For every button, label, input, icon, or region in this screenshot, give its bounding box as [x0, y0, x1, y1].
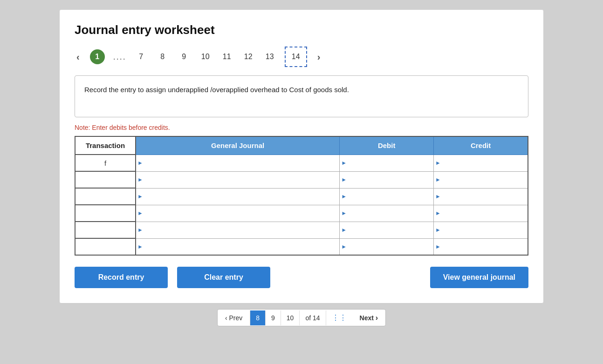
clear-entry-button[interactable]: Clear entry — [177, 267, 270, 288]
bottom-prev-arrow-icon: ‹ — [225, 314, 227, 322]
bottom-pag-8[interactable]: 8 — [250, 310, 266, 325]
td-transaction-3 — [75, 188, 136, 205]
pag-page-1[interactable]: 1 — [90, 49, 105, 64]
td-credit-2[interactable]: ► — [434, 171, 528, 188]
cell-arrow-icon-d3: ► — [340, 193, 348, 200]
pag-page-9[interactable]: 9 — [178, 53, 191, 61]
td-credit-1[interactable]: ► — [434, 155, 528, 171]
bottom-pag-9[interactable]: 9 — [266, 310, 281, 325]
td-journal-2[interactable]: ► — [136, 171, 340, 188]
description-text: Record the entry to assign underapplied … — [84, 86, 349, 94]
input-debit-1[interactable] — [348, 155, 433, 171]
pag-page-14-selected[interactable]: 14 — [285, 47, 307, 67]
bottom-next-button[interactable]: Next › — [352, 310, 386, 326]
cell-arrow-icon-d4: ► — [340, 210, 348, 216]
td-transaction-2 — [75, 171, 136, 188]
main-card: Journal entry worksheet ‹ 1 .... 7 8 9 1… — [59, 9, 544, 303]
cell-arrow-icon-d2: ► — [340, 176, 348, 183]
next-arrow-button[interactable]: › — [315, 52, 322, 62]
bottom-pag-of: of 14 — [300, 310, 326, 325]
td-debit-6[interactable]: ► — [340, 238, 434, 255]
journal-table: Transaction General Journal Debit Credit… — [75, 136, 528, 256]
pag-dots: .... — [113, 52, 126, 62]
input-credit-5[interactable] — [442, 222, 528, 238]
td-debit-1[interactable]: ► — [340, 155, 434, 171]
input-debit-6[interactable] — [348, 239, 433, 255]
table-row: ► ► ► — [75, 222, 528, 238]
input-journal-5[interactable] — [144, 222, 339, 238]
description-box: Record the entry to assign underapplied … — [75, 75, 528, 117]
cell-arrow-icon-j3: ► — [136, 193, 144, 200]
input-debit-3[interactable] — [348, 189, 433, 205]
td-transaction-5 — [75, 222, 136, 238]
cell-arrow-icon-d1: ► — [340, 160, 348, 166]
input-journal-2[interactable] — [144, 172, 339, 188]
td-credit-4[interactable]: ► — [434, 205, 528, 222]
table-row: ► ► ► — [75, 205, 528, 222]
input-journal-3[interactable] — [144, 189, 339, 205]
input-debit-4[interactable] — [348, 205, 433, 222]
pag-page-11[interactable]: 11 — [220, 53, 233, 61]
bottom-grid-icon[interactable]: ⋮⋮ — [326, 310, 352, 326]
input-journal-1[interactable] — [144, 155, 339, 171]
pagination: ‹ 1 .... 7 8 9 10 11 12 13 14 › — [75, 47, 528, 67]
input-credit-1[interactable] — [442, 155, 528, 171]
cell-arrow-icon-c4: ► — [434, 210, 442, 216]
cell-arrow-icon-c2: ► — [434, 176, 442, 183]
td-debit-3[interactable]: ► — [340, 188, 434, 205]
input-debit-5[interactable] — [348, 222, 433, 238]
bottom-prev-button[interactable]: ‹ Prev — [218, 310, 250, 325]
td-credit-5[interactable]: ► — [434, 222, 528, 238]
input-credit-4[interactable] — [442, 205, 528, 222]
cell-arrow-icon-d6: ► — [340, 243, 348, 250]
record-entry-button[interactable]: Record entry — [75, 267, 168, 288]
td-journal-6[interactable]: ► — [136, 238, 340, 255]
cell-arrow-icon-j5: ► — [136, 227, 144, 233]
table-row: ► ► ► — [75, 238, 528, 255]
input-credit-2[interactable] — [442, 172, 528, 188]
bottom-pag-10[interactable]: 10 — [281, 310, 300, 325]
cell-arrow-icon-j2: ► — [136, 176, 144, 183]
td-credit-6[interactable]: ► — [434, 238, 528, 255]
input-credit-3[interactable] — [442, 189, 528, 205]
table-row: ► ► ► — [75, 171, 528, 188]
td-transaction-6 — [75, 238, 136, 255]
td-debit-4[interactable]: ► — [340, 205, 434, 222]
bottom-next-label: Next — [360, 314, 374, 322]
bottom-nav-bar: ‹ Prev 8 9 10 of 14 ⋮⋮ Next › — [59, 309, 544, 326]
cell-arrow-icon-c5: ► — [434, 227, 442, 233]
table-row: f ► ► ► — [75, 155, 528, 171]
table-row: ► ► ► — [75, 188, 528, 205]
prev-arrow-button[interactable]: ‹ — [75, 52, 82, 62]
input-journal-4[interactable] — [144, 205, 339, 222]
cell-arrow-icon-c3: ► — [434, 193, 442, 200]
td-journal-1[interactable]: ► — [136, 155, 340, 171]
th-debit: Debit — [340, 136, 434, 155]
td-journal-3[interactable]: ► — [136, 188, 340, 205]
td-journal-5[interactable]: ► — [136, 222, 340, 238]
cell-arrow-icon-c1: ► — [434, 160, 442, 166]
cell-arrow-icon-j4: ► — [136, 210, 144, 216]
pag-page-8[interactable]: 8 — [156, 53, 169, 61]
pag-page-12[interactable]: 12 — [242, 53, 255, 61]
page-title: Journal entry worksheet — [75, 23, 528, 37]
input-journal-6[interactable] — [144, 239, 339, 255]
bottom-next-arrow-icon: › — [376, 314, 378, 322]
pag-page-7[interactable]: 7 — [135, 53, 148, 61]
td-debit-2[interactable]: ► — [340, 171, 434, 188]
button-row: Record entry Clear entry View general jo… — [75, 267, 528, 288]
view-general-journal-button[interactable]: View general journal — [430, 267, 528, 288]
cell-arrow-icon-c6: ► — [434, 243, 442, 250]
pag-page-10[interactable]: 10 — [199, 53, 212, 61]
cell-arrow-icon-d5: ► — [340, 227, 348, 233]
note-text: Note: Enter debits before credits. — [75, 124, 528, 131]
td-transaction-4 — [75, 205, 136, 222]
bottom-prev-label: Prev — [229, 314, 242, 322]
td-journal-4[interactable]: ► — [136, 205, 340, 222]
td-credit-3[interactable]: ► — [434, 188, 528, 205]
td-transaction-1: f — [75, 155, 136, 171]
td-debit-5[interactable]: ► — [340, 222, 434, 238]
input-debit-2[interactable] — [348, 172, 433, 188]
pag-page-13[interactable]: 13 — [263, 53, 276, 61]
input-credit-6[interactable] — [442, 239, 528, 255]
